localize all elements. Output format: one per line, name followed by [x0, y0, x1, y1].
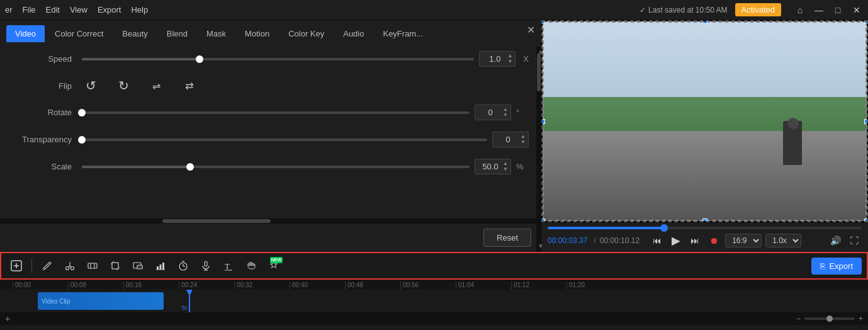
flip-counterclockwise-icon[interactable]: ↺	[82, 78, 99, 93]
new-badge: NEW	[270, 257, 283, 263]
export-label: Export	[829, 261, 853, 271]
speed-select[interactable]: 1.0x 0.5x 2.0x	[765, 234, 801, 248]
menu-file[interactable]: File	[23, 5, 36, 14]
volume-button[interactable]: 🔊	[828, 233, 843, 248]
tab-motion[interactable]: Motion	[236, 25, 278, 42]
rotate-slider[interactable]	[82, 111, 470, 114]
svg-rect-17	[137, 265, 142, 269]
rotate-down-arrow[interactable]: ▼	[503, 113, 508, 118]
speed-clear-button[interactable]: X	[523, 54, 529, 64]
playhead[interactable]: To	[189, 290, 190, 312]
scale-slider[interactable]	[82, 166, 470, 168]
speed-up-arrow[interactable]: ▲	[507, 54, 512, 59]
playback-progress[interactable]	[548, 227, 862, 229]
skip-back-button[interactable]: ⏮	[650, 233, 665, 248]
gesture-tool[interactable]	[241, 256, 261, 276]
play-button[interactable]: ▶	[668, 233, 684, 248]
handle-tr[interactable]	[864, 20, 868, 24]
tab-video[interactable]: Video	[6, 25, 45, 42]
flip-clockwise-icon[interactable]: ↻	[115, 78, 132, 93]
skip-forward-button[interactable]: ⏭	[687, 233, 702, 248]
trim-tool[interactable]	[82, 256, 103, 276]
record-tool[interactable]	[196, 256, 216, 276]
zoom-slider[interactable]	[804, 317, 855, 320]
timeline-add-track[interactable]: +	[5, 314, 10, 324]
toolbar-wrapper: T NEW ⎘ Export	[0, 252, 868, 280]
crop-tool[interactable]	[105, 256, 125, 276]
chart-tool[interactable]	[150, 256, 171, 276]
svg-rect-8	[88, 263, 97, 268]
speed-down-arrow[interactable]: ▼	[507, 59, 512, 64]
scale-up-arrow[interactable]: ▲	[503, 161, 508, 166]
menu-er[interactable]: er	[5, 5, 13, 14]
props-content: Speed 1.0 ▲ ▼ X	[0, 42, 541, 219]
tab-mask[interactable]: Mask	[198, 25, 235, 42]
speed-value-box[interactable]: 1.0 ▲ ▼	[479, 51, 516, 67]
rotate-value-box[interactable]: 0 ▲ ▼	[475, 105, 511, 120]
cut-tool[interactable]	[60, 256, 80, 276]
handle-br[interactable]	[864, 219, 868, 222]
tab-color-key[interactable]: Color Key	[279, 25, 333, 42]
props-vertical-scrollbar[interactable]: ▲ ▼	[536, 47, 541, 252]
zoom-in-button[interactable]: +	[859, 314, 863, 323]
timeline-clip[interactable]: Video Clip	[38, 292, 164, 310]
tab-audio[interactable]: Audio	[334, 25, 373, 42]
transparency-slider[interactable]	[82, 139, 487, 141]
transparency-row: Transparency 0 ▲ ▼	[13, 132, 529, 147]
playback-thumb[interactable]	[660, 224, 668, 232]
handle-mr[interactable]	[864, 119, 868, 124]
tab-blend[interactable]: Blend	[158, 25, 196, 42]
scale-value-box[interactable]: 50.0 ▲ ▼	[475, 159, 511, 174]
transparency-down-arrow[interactable]: ▼	[521, 140, 526, 145]
activated-button[interactable]: Activated	[735, 3, 781, 16]
duration-tool[interactable]	[173, 256, 193, 276]
window-close-icon[interactable]: ✕	[850, 5, 863, 15]
tab-keyframe[interactable]: KeyFram...	[374, 25, 432, 42]
home-icon[interactable]: ⌂	[794, 5, 806, 15]
flip-vertical-icon[interactable]: ⇅	[183, 77, 195, 94]
handle-bm[interactable]	[702, 219, 707, 222]
maximize-icon[interactable]: □	[831, 5, 844, 15]
export-button[interactable]: ⎘ Export	[811, 258, 862, 275]
aspect-ratio-select[interactable]: 16:9 4:3 1:1	[725, 234, 762, 248]
transparency-up-arrow[interactable]: ▲	[521, 134, 526, 139]
overlay-tool[interactable]	[128, 256, 148, 276]
minimize-icon[interactable]: —	[813, 5, 825, 15]
menu-edit[interactable]: Edit	[46, 5, 60, 14]
ruler-mark-1: 00:08	[68, 282, 123, 290]
scale-value: 50.0	[478, 162, 503, 171]
zoom-out-button[interactable]: −	[796, 314, 801, 323]
handle-bl[interactable]	[541, 219, 545, 222]
transparency-value-box[interactable]: 0 ▲ ▼	[492, 132, 529, 147]
menu-bar: er File Edit View Export Help	[5, 5, 148, 14]
checkmark-icon: ✓	[640, 6, 646, 14]
edit-tool[interactable]	[37, 256, 57, 276]
handle-ml[interactable]	[541, 119, 545, 124]
svg-rect-19	[160, 265, 162, 270]
tab-beauty[interactable]: Beauty	[113, 25, 156, 42]
transparency-slider-area: 0 ▲ ▼	[82, 132, 529, 147]
flip-horizontal-icon[interactable]: ⇌	[147, 80, 165, 92]
menu-view[interactable]: View	[70, 5, 87, 14]
text-tool[interactable]: T	[218, 256, 239, 276]
fullscreen-button[interactable]: ⛶	[847, 233, 862, 248]
reset-button[interactable]: Reset	[483, 229, 531, 247]
handle-tm[interactable]	[702, 20, 707, 24]
speed-slider[interactable]	[82, 58, 474, 60]
tab-color-correct[interactable]: Color Correct	[46, 25, 112, 42]
menu-export[interactable]: Export	[98, 5, 121, 14]
add-media-tool[interactable]	[6, 256, 26, 276]
menu-help[interactable]: Help	[131, 5, 148, 14]
speed-label: Speed	[13, 54, 82, 64]
scale-down-arrow[interactable]: ▼	[503, 167, 508, 172]
record-button[interactable]: ⏺	[706, 233, 721, 248]
effects-tool[interactable]: NEW	[264, 256, 284, 276]
scroll-down-arrow[interactable]: ▼	[536, 241, 541, 251]
rotate-value: 0	[478, 108, 503, 117]
rotate-up-arrow[interactable]: ▲	[503, 107, 508, 112]
handle-tl[interactable]	[541, 20, 545, 24]
props-horizontal-scrollbar[interactable]	[0, 219, 541, 224]
panel-close-icon[interactable]: ✕	[527, 25, 535, 35]
svg-rect-26	[205, 261, 207, 266]
playhead-label: To	[181, 305, 188, 311]
